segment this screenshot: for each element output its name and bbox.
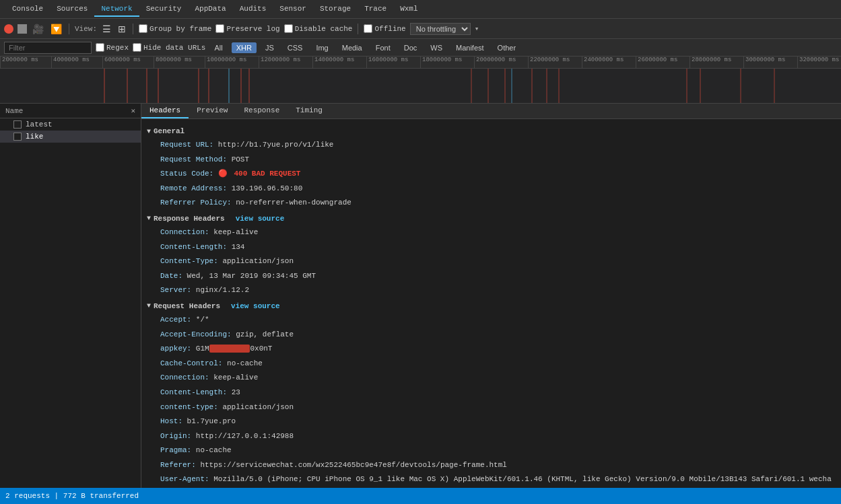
throttle-arrow: ▾	[475, 24, 479, 33]
devtools-tabs: Console Sources Network Security AppData…	[0, 0, 841, 19]
filter-button[interactable]: 🔽	[49, 22, 63, 36]
request-latest-checkbox[interactable]	[13, 120, 22, 129]
close-panel-button[interactable]: ✕	[131, 106, 135, 115]
general-title: General	[154, 127, 184, 135]
filter-input[interactable]	[4, 42, 92, 54]
group-by-frame-label[interactable]: Group by frame	[139, 24, 211, 33]
tab-storage[interactable]: Storage	[313, 2, 358, 17]
stop-button[interactable]	[18, 24, 27, 34]
separator-2	[133, 24, 133, 34]
tab-sources[interactable]: Sources	[50, 2, 94, 17]
camera-button[interactable]: 🎥	[31, 22, 45, 36]
request-headers-section-content: Accept: */* Accept-Encoding: gzip, defla…	[141, 313, 841, 488]
filter-xhr[interactable]: XHR	[232, 42, 257, 53]
headers-content: ▼ General Request URL: http://b1.7yue.pr…	[141, 119, 841, 488]
response-headers-arrow: ▼	[147, 215, 151, 222]
field-req-content-type: content-type: application/json	[155, 400, 841, 415]
tick-10: 20000000 ms	[474, 57, 528, 68]
filter-manifest[interactable]: Manifest	[451, 42, 489, 53]
field-value-referer: https://servicewechat.com/wx2522465bc9e4…	[200, 461, 506, 469]
view-grid-button[interactable]: ⊞	[116, 22, 127, 36]
field-value-pragma: no-cache	[196, 446, 232, 454]
tab-security[interactable]: Security	[139, 2, 189, 17]
field-value-request-url: http://b1.7yue.pro/v1/like	[218, 141, 334, 149]
general-arrow: ▼	[147, 128, 151, 135]
tab-network[interactable]: Network	[94, 2, 139, 17]
record-button[interactable]	[4, 24, 13, 34]
field-name-host: Host:	[160, 417, 187, 425]
tab-appdata[interactable]: AppData	[188, 2, 232, 17]
field-value-req-content-length: 23	[232, 388, 240, 396]
request-like[interactable]: like	[0, 131, 141, 143]
tab-headers[interactable]: Headers	[141, 104, 189, 118]
filter-other[interactable]: Other	[493, 42, 521, 53]
field-referrer-policy: Referrer Policy: no-referrer-when-downgr…	[155, 196, 841, 211]
request-headers-title: Request Headers	[154, 302, 220, 310]
offline-label[interactable]: Offline	[364, 24, 405, 33]
left-panel-header: Name ✕	[0, 104, 141, 118]
offline-checkbox[interactable]	[364, 24, 372, 33]
response-headers-view-source[interactable]: view source	[236, 215, 285, 223]
status-bar-text: 2 requests | 772 B transferred	[5, 492, 139, 500]
tab-trace[interactable]: Trace	[358, 2, 393, 17]
hide-data-urls-label[interactable]: Hide data URLs	[133, 43, 205, 52]
status-bar: 2 requests | 772 B transferred	[0, 488, 841, 504]
field-name-accept: Accept:	[160, 316, 196, 324]
field-name-request-url: Request URL:	[160, 141, 218, 149]
tab-response[interactable]: Response	[236, 104, 288, 118]
appkey-suffix: 0x0nT	[250, 345, 272, 353]
tab-sensor[interactable]: Sensor	[273, 2, 313, 17]
name-column-header: Name	[5, 107, 23, 115]
filter-font[interactable]: Font	[371, 42, 395, 53]
request-latest[interactable]: latest	[0, 118, 141, 131]
field-name-referrer-policy: Referrer Policy:	[160, 199, 236, 207]
timeline-content	[0, 69, 841, 104]
timeline-ruler: 2000000 ms 4000000 ms 6000000 ms 8000000…	[0, 57, 841, 69]
tick-3: 6000000 ms	[102, 57, 154, 68]
field-name-status-code: Status Code:	[160, 170, 218, 178]
group-by-frame-checkbox[interactable]	[139, 24, 147, 33]
regex-checkbox[interactable]	[96, 43, 104, 52]
disable-cache-checkbox[interactable]	[284, 24, 293, 33]
request-headers-section-header[interactable]: ▼ Request Headers view source	[141, 299, 841, 313]
general-section-header[interactable]: ▼ General	[141, 124, 841, 138]
response-headers-section-header[interactable]: ▼ Response Headers view source	[141, 212, 841, 225]
filter-ws[interactable]: WS	[426, 42, 447, 53]
tick-9: 18000000 ms	[420, 57, 474, 68]
tab-console[interactable]: Console	[5, 2, 50, 17]
tab-preview[interactable]: Preview	[189, 104, 236, 118]
filter-css[interactable]: CSS	[283, 42, 308, 53]
field-name-server: Server:	[160, 286, 196, 294]
response-headers-section-content: Connection: keep-alive Content-Length: 1…	[141, 225, 841, 298]
field-appkey: appkey: G1MREDACTED0x0nT	[155, 342, 841, 357]
field-value-referrer-policy: no-referrer-when-downgrade	[236, 199, 351, 207]
filter-img[interactable]: Img	[311, 42, 333, 53]
hide-data-urls-checkbox[interactable]	[133, 43, 141, 52]
tab-wxml[interactable]: Wxml	[393, 2, 424, 17]
tab-timing[interactable]: Timing	[288, 104, 331, 118]
request-like-checkbox[interactable]	[13, 133, 22, 141]
field-value-req-content-type: application/json	[222, 403, 294, 411]
general-section-content: Request URL: http://b1.7yue.pro/v1/like …	[141, 138, 841, 211]
filter-doc[interactable]: Doc	[399, 42, 422, 53]
request-like-name: like	[26, 133, 43, 141]
request-headers-view-source[interactable]: view source	[231, 302, 280, 310]
response-headers-title: Response Headers	[154, 215, 225, 223]
throttle-select[interactable]: No throttling Fast 3G Slow 3G	[410, 23, 471, 35]
field-request-method: Request Method: POST	[155, 153, 841, 168]
filter-media[interactable]: Media	[337, 42, 367, 53]
disable-cache-label[interactable]: Disable cache	[284, 24, 353, 33]
tick-11: 22000000 ms	[528, 57, 582, 68]
field-value-req-connection: keep-alive	[213, 373, 258, 382]
preserve-log-checkbox[interactable]	[215, 24, 224, 33]
preserve-log-label[interactable]: Preserve log	[215, 24, 279, 33]
field-name-cache-control: Cache-Control:	[160, 359, 227, 367]
tab-audits[interactable]: Audits	[233, 2, 273, 17]
main-layout: Name ✕ latest like Headers Preview Respo…	[0, 104, 841, 488]
regex-label[interactable]: Regex	[96, 43, 129, 52]
field-pragma: Pragma: no-cache	[155, 443, 841, 458]
view-list-button[interactable]: ☰	[101, 22, 112, 36]
filter-all[interactable]: All	[209, 42, 227, 53]
field-status-code: Status Code: 🔴 400 BAD REQUEST	[155, 167, 841, 182]
filter-js[interactable]: JS	[261, 42, 279, 53]
